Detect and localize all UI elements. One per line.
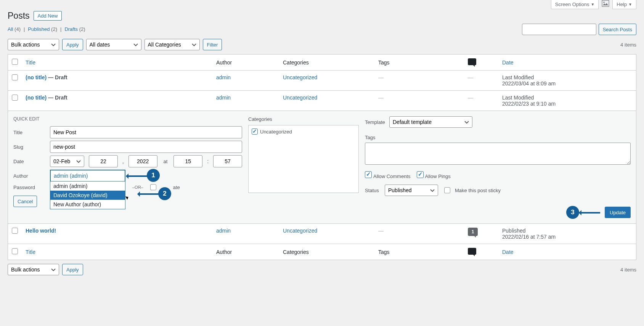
no-tags: — — [378, 95, 384, 101]
annotation-bubble-2: 2 — [158, 187, 171, 200]
date-status: Last Modified — [502, 74, 632, 80]
post-title-link[interactable]: Hello world! — [26, 228, 56, 234]
allow-pings-wrap[interactable]: Allow Pings — [417, 171, 451, 179]
qe-template-select[interactable]: Default template — [389, 116, 472, 128]
category-link[interactable]: Uncategorized — [283, 228, 317, 234]
filter-all-count: (4) — [14, 26, 21, 32]
category-checkbox[interactable] — [252, 128, 258, 135]
row-checkbox[interactable] — [12, 74, 18, 80]
category-name: Uncategorized — [260, 129, 292, 135]
qe-title-input[interactable] — [50, 126, 242, 138]
bulk-actions-select-bottom[interactable]: Bulk actions — [8, 264, 59, 275]
items-count-bottom: 4 items — [620, 267, 636, 273]
col-categories-foot[interactable]: Categories — [279, 244, 374, 260]
filter-button[interactable]: Filter — [203, 39, 222, 50]
search-posts-button[interactable]: Search Posts — [599, 24, 636, 35]
author-option[interactable]: New Author (author) — [50, 200, 125, 209]
row-checkbox[interactable] — [12, 228, 18, 234]
table-row: (no title) — Draft admin Uncategorized —… — [8, 71, 636, 91]
or-separator: –OR– — [132, 185, 143, 189]
search-input[interactable] — [522, 24, 596, 35]
filter-all[interactable]: All — [8, 26, 13, 32]
filter-published[interactable]: Published — [28, 26, 50, 32]
chevron-down-icon: ▼ — [591, 2, 594, 6]
author-link[interactable]: admin — [216, 74, 231, 80]
date-value: 2022/02/16 at 7:57 am — [502, 234, 632, 240]
qe-year-input[interactable] — [128, 155, 157, 167]
items-count-top: 4 items — [620, 42, 636, 48]
sticky-label: Make this post sticky — [455, 188, 501, 193]
qe-password-label: Password — [13, 185, 45, 190]
page-title: Posts — [8, 11, 30, 21]
category-link[interactable]: Uncategorized — [283, 74, 317, 80]
col-tags[interactable]: Tags — [374, 55, 464, 71]
date-value: 2022/03/04 at 8:09 am — [502, 80, 632, 87]
post-status: — Draft — [47, 95, 67, 101]
quick-edit-row: QUICK EDIT Title Slug Date — [8, 111, 636, 224]
apply-button-top[interactable]: Apply — [62, 39, 83, 50]
categories-filter-select[interactable]: All Categories — [145, 39, 200, 50]
qe-day-input[interactable] — [89, 155, 118, 167]
annotation-bubble-1: 1 — [147, 169, 160, 182]
categories-list[interactable]: Uncategorized — [248, 125, 359, 193]
category-link[interactable]: Uncategorized — [283, 95, 317, 101]
no-tags: — — [378, 228, 384, 234]
help-label: Help — [617, 2, 627, 7]
col-author[interactable]: Author — [212, 55, 279, 71]
author-option[interactable]: admin (admin) — [50, 181, 125, 191]
author-link[interactable]: admin — [216, 95, 231, 101]
screen-options-tab[interactable]: Screen Options ▼ — [551, 0, 599, 9]
allow-comments-label: Allow Comments — [373, 173, 411, 179]
post-title-link[interactable]: (no title) — [26, 95, 47, 101]
col-title[interactable]: Title — [22, 55, 212, 71]
qe-private-label-partial: ate — [173, 185, 180, 190]
help-tab[interactable]: Help ▼ — [612, 0, 636, 9]
qe-author-select[interactable]: admin (admin) — [50, 170, 125, 182]
author-option-selected[interactable]: David Ozokoye (david) — [50, 191, 125, 200]
qe-hour-input[interactable] — [173, 155, 202, 167]
apply-button-bottom[interactable]: Apply — [62, 264, 83, 275]
qe-categories-label: Categories — [248, 116, 359, 122]
qe-slug-input[interactable] — [50, 141, 242, 153]
select-all-bottom[interactable] — [12, 248, 18, 254]
qe-tags-label: Tags — [365, 135, 631, 140]
date-status: Published — [502, 228, 632, 234]
select-all-top[interactable] — [12, 59, 18, 65]
bulk-actions-select[interactable]: Bulk actions — [8, 39, 59, 50]
add-new-button[interactable]: Add New — [34, 11, 62, 21]
qe-minute-input[interactable] — [213, 155, 242, 167]
comment-count-badge[interactable]: 1 — [468, 228, 478, 236]
qe-date-label: Date — [13, 159, 45, 164]
allow-pings-check[interactable] — [417, 171, 424, 178]
post-title-link[interactable]: (no title) — [26, 74, 47, 80]
no-tags: — — [378, 74, 384, 80]
qe-private-check[interactable] — [150, 184, 156, 190]
allow-comments-wrap[interactable]: Allow Comments — [365, 171, 411, 179]
qe-tags-textarea[interactable] — [365, 143, 631, 165]
cancel-button[interactable]: Cancel — [13, 196, 37, 207]
row-checkbox[interactable] — [12, 95, 18, 101]
qe-status-select[interactable]: Published — [385, 185, 438, 196]
allow-comments-check[interactable] — [365, 171, 372, 178]
col-comments-foot[interactable] — [464, 244, 498, 260]
col-comments[interactable] — [464, 55, 498, 71]
qe-month-select[interactable]: 02-Feb — [50, 156, 84, 167]
author-link[interactable]: admin — [216, 228, 231, 234]
update-button[interactable]: Update — [605, 207, 631, 218]
col-date[interactable]: Date — [498, 55, 636, 71]
filter-drafts[interactable]: Drafts — [64, 26, 78, 32]
col-date-foot[interactable]: Date — [498, 244, 636, 260]
col-tags-foot[interactable]: Tags — [374, 244, 464, 260]
annotation-bubble-3: 3 — [566, 206, 579, 219]
dates-filter-select[interactable]: All dates — [86, 39, 141, 50]
quick-edit-legend: QUICK EDIT — [13, 116, 242, 122]
qe-status-label: Status — [365, 188, 382, 193]
no-comments: — — [468, 95, 473, 101]
category-item[interactable]: Uncategorized — [252, 128, 355, 135]
col-title-foot[interactable]: Title — [22, 244, 212, 260]
qe-author-dropdown: admin (admin) David Ozokoye (david) New … — [50, 181, 125, 209]
sticky-check[interactable] — [444, 187, 450, 193]
screen-options-label: Screen Options — [555, 2, 589, 7]
col-author-foot[interactable]: Author — [212, 244, 279, 260]
col-categories[interactable]: Categories — [279, 55, 374, 71]
